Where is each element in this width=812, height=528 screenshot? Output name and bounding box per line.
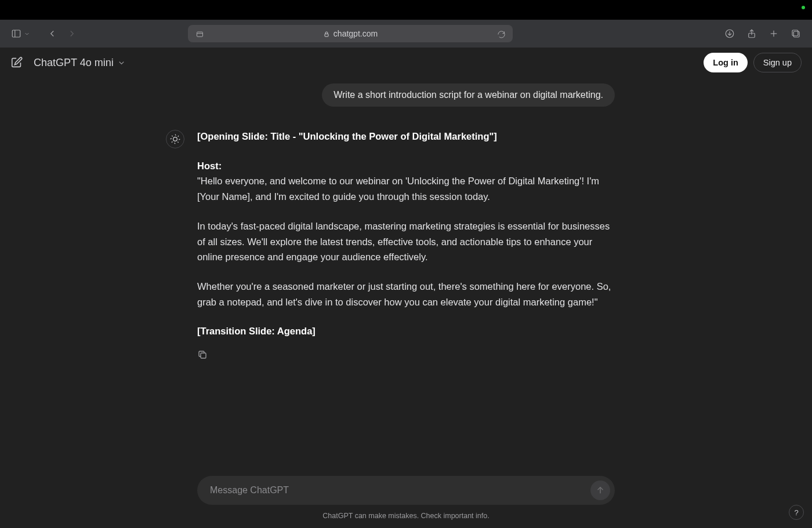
address-bar[interactable]: chatgpt.com — [188, 25, 513, 42]
svg-rect-0 — [12, 30, 20, 37]
safari-toolbar: chatgpt.com — [0, 20, 812, 48]
svg-rect-10 — [793, 31, 799, 37]
assistant-message-row: [Opening Slide: Title - "Unlocking the P… — [197, 129, 615, 362]
page-header: ChatGPT 4o mini Log in Sign up — [0, 48, 812, 78]
chatgpt-page: ChatGPT 4o mini Log in Sign up Write a s… — [0, 48, 812, 528]
chevron-down-icon — [117, 59, 126, 67]
downloads-icon[interactable] — [724, 28, 735, 39]
assistant-para2: In today's fast-paced digital landscape,… — [197, 219, 615, 265]
macos-menubar-area — [0, 0, 812, 20]
conversation-column: Write a short introduction script for a … — [197, 78, 615, 362]
disclaimer-text: ChatGPT can make mistakes. Check importa… — [0, 512, 812, 520]
camera-indicator-dot — [802, 6, 805, 9]
composer — [197, 476, 615, 505]
back-button-icon[interactable] — [46, 28, 58, 39]
user-message-row: Write a short introduction script for a … — [197, 83, 615, 107]
tab-overview-icon[interactable] — [790, 28, 802, 39]
transition-slide-line: [Transition Slide: Agenda] — [197, 326, 316, 336]
message-input-container[interactable] — [197, 476, 615, 505]
reload-icon[interactable] — [495, 28, 507, 40]
login-button[interactable]: Log in — [704, 53, 748, 72]
new-chat-icon[interactable] — [10, 56, 23, 69]
assistant-para1: "Hello everyone, and welcome to our webi… — [197, 176, 599, 202]
model-selector[interactable]: ChatGPT 4o mini — [34, 57, 126, 69]
assistant-message-body: [Opening Slide: Title - "Unlocking the P… — [197, 129, 615, 362]
website-settings-icon[interactable] — [194, 28, 205, 40]
assistant-para3: Whether you're a seasoned marketer or ju… — [197, 279, 615, 309]
assistant-avatar-icon — [166, 130, 184, 148]
copy-message-icon[interactable] — [197, 349, 615, 362]
svg-rect-11 — [792, 30, 798, 36]
svg-rect-4 — [325, 34, 328, 37]
send-button[interactable] — [590, 480, 610, 500]
svg-point-12 — [173, 137, 177, 141]
lock-icon — [323, 30, 330, 37]
svg-rect-13 — [201, 353, 206, 358]
host-label: Host: — [197, 161, 222, 171]
help-button[interactable]: ? — [789, 505, 804, 520]
share-icon[interactable] — [746, 28, 757, 39]
svg-rect-2 — [197, 32, 202, 37]
url-display-text: chatgpt.com — [334, 29, 378, 38]
arrow-up-icon — [595, 485, 606, 496]
signup-button[interactable]: Sign up — [753, 53, 802, 72]
model-label-text: ChatGPT 4o mini — [34, 57, 114, 69]
new-tab-icon[interactable] — [768, 28, 780, 39]
sidebar-toggle-icon[interactable] — [10, 28, 22, 39]
user-message-text: Write a short introduction script for a … — [334, 90, 603, 100]
opening-slide-line: [Opening Slide: Title - "Unlocking the P… — [197, 131, 497, 141]
tab-groups-chevron-icon[interactable] — [21, 28, 32, 39]
message-input[interactable] — [210, 485, 590, 496]
forward-button-icon — [66, 28, 78, 39]
user-message-bubble[interactable]: Write a short introduction script for a … — [322, 83, 615, 107]
